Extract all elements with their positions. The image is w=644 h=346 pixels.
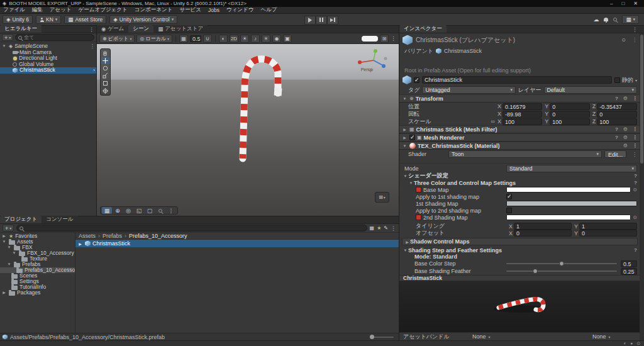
rotation-x-field[interactable]: -89.98: [502, 111, 542, 118]
apply-1st-checkbox[interactable]: [506, 194, 512, 199]
offset-x-field[interactable]: 0: [514, 230, 572, 237]
transform-foldout-icon[interactable]: [402, 97, 408, 101]
notification-bell-icon[interactable]: [604, 18, 608, 21]
project-item-christmasstick[interactable]: ChristmasStick: [75, 240, 399, 247]
activity-progress-icon[interactable]: ◐: [624, 341, 626, 346]
mesh-filter-header[interactable]: ▦ Christmas Stickk (Mesh Filter) ? ⚙ ⋮: [399, 125, 640, 133]
minimize-button[interactable]: –: [610, 1, 613, 6]
scene-camera-icon[interactable]: ▣: [283, 35, 292, 43]
transform-tool-icon[interactable]: [101, 87, 110, 94]
scale-y-field[interactable]: 100: [550, 118, 589, 125]
base-map-color-field[interactable]: [506, 187, 631, 193]
overlay-rect-icon[interactable]: ▢: [145, 207, 155, 214]
tab-console[interactable]: コンソール: [42, 216, 77, 223]
candy-cane-model[interactable]: [97, 44, 399, 216]
camera-preview-toggle[interactable]: ⊞ ▾: [375, 192, 389, 203]
scene-audio-icon[interactable]: ♪: [251, 35, 260, 43]
material-foldout-icon[interactable]: [402, 144, 408, 148]
gizmo-persp-label[interactable]: Persp: [361, 67, 372, 72]
three-color-foldout[interactable]: Three Color and Control Map Settings ?: [399, 179, 640, 186]
rotation-z-field[interactable]: 0: [597, 111, 637, 118]
menu-window[interactable]: ウィンドウ: [226, 6, 254, 14]
assetbundle-name-dropdown[interactable]: None: [472, 333, 589, 340]
mesh-filter-foldout-icon[interactable]: [402, 127, 408, 131]
hierarchy-item-christmasstick[interactable]: ChristmasStick ›: [0, 67, 96, 74]
unity-version-badge[interactable]: ◈ Unity 6: [3, 15, 33, 24]
hierarchy-search[interactable]: [15, 34, 94, 41]
transform-header[interactable]: ⊕ Transform ? ⚙ ⋮: [399, 94, 640, 103]
hierarchy-create-button[interactable]: +: [2, 34, 13, 41]
move-tool-icon[interactable]: [101, 57, 110, 64]
tab-scene[interactable]: シーン: [128, 25, 153, 33]
rotation-y-field[interactable]: 0: [550, 111, 589, 118]
tab-hierarchy[interactable]: ヒエラルキー: [0, 25, 42, 33]
mesh-renderer-header[interactable]: ▣ Mesh Renderer ? ⚙ ⋮: [399, 133, 640, 142]
menu-component[interactable]: コンポーネント: [135, 6, 173, 14]
mode-dropdown[interactable]: Standard: [506, 165, 637, 172]
scene-search-pill[interactable]: [362, 36, 378, 42]
scene-visibility-eye-icon[interactable]: ◉: [272, 35, 281, 43]
menu-assets[interactable]: アセット: [50, 6, 72, 14]
menu-edit[interactable]: 編集: [32, 6, 43, 14]
tree-packages[interactable]: Packages: [0, 290, 75, 296]
base-shading-feather-slider[interactable]: [506, 271, 617, 272]
version-control-dropdown[interactable]: ◈ Unity Version Control▾: [109, 15, 177, 24]
base-map-texture-thumb[interactable]: [416, 187, 421, 193]
cloud-icon[interactable]: ☁: [593, 16, 599, 23]
project-search[interactable]: [16, 225, 367, 232]
tree-favorites[interactable]: ★ Favorites: [0, 233, 75, 239]
transform-preset-icon[interactable]: ⚙: [623, 96, 628, 101]
open-prefab-arrow-icon[interactable]: ›: [93, 67, 95, 74]
material-header[interactable]: TEX_ChristmasStick (Material) ⚙ ⋮: [399, 142, 640, 150]
bake-status-icon[interactable]: ●: [630, 341, 633, 346]
handle-rotation-dropdown[interactable]: ◎ ローカル▾: [136, 35, 172, 43]
shader-settings-foldout[interactable]: シェーダー設定 ?: [399, 172, 640, 179]
shader-settings-help-icon[interactable]: ?: [634, 173, 637, 179]
rect-tool-icon[interactable]: [101, 80, 110, 87]
pause-button[interactable]: [316, 16, 327, 25]
rotate-tool-icon[interactable]: [101, 65, 110, 72]
overlay-scale-icon[interactable]: ◱: [134, 207, 144, 214]
position-y-field[interactable]: 0: [550, 103, 589, 110]
base-color-step-field[interactable]: 0.5: [621, 260, 637, 267]
play-button[interactable]: [304, 16, 316, 25]
project-search-input[interactable]: [25, 225, 364, 231]
tree-prefabs-10-accessory[interactable]: Prefabs_10_Accessory: [0, 267, 75, 273]
shading-step-foldout[interactable]: Shading Step and Feather Settings ?: [399, 247, 640, 254]
shader-dropdown[interactable]: Toon: [448, 150, 602, 158]
three-color-help-icon[interactable]: ?: [634, 180, 637, 186]
breadcrumb-prefabs-10-accessory[interactable]: Prefabs_10_Accessory: [122, 233, 187, 239]
mesh-renderer-enabled-checkbox[interactable]: [409, 135, 415, 140]
overlay-rotate-icon[interactable]: ◎: [123, 207, 133, 214]
view-hand-tool-icon[interactable]: [101, 50, 110, 57]
tab-game[interactable]: ◉ゲーム: [97, 25, 128, 33]
scene-effects-icon[interactable]: ✳: [262, 35, 270, 43]
scale-constrain-icon[interactable]: ∞: [491, 118, 495, 125]
scene-viewport[interactable]: Persp: [97, 44, 399, 216]
overlay-move-icon[interactable]: ⊕: [113, 207, 123, 214]
scene-options-icon[interactable]: ⋮: [90, 43, 96, 50]
mesh-filter-menu-icon[interactable]: ⋮: [633, 126, 638, 132]
shader-menu-icon[interactable]: ⋮: [632, 152, 637, 157]
scene-lighting-icon[interactable]: ☀: [240, 35, 249, 43]
close-button[interactable]: ✕: [633, 1, 638, 6]
scene-toolbar-menu-icon[interactable]: ⋮: [391, 35, 396, 42]
layout-dropdown[interactable]: ▦▾: [622, 15, 639, 24]
item-expand-icon[interactable]: [77, 242, 83, 246]
prefab-header-menu-icon[interactable]: ⋮: [632, 37, 637, 43]
menu-help[interactable]: ヘルプ: [260, 6, 277, 14]
edit-filter-icon[interactable]: ✎: [384, 225, 388, 231]
tab-asset-store[interactable]: ▦アセットストア: [153, 25, 208, 33]
shader-edit-button[interactable]: Edit...: [604, 150, 626, 158]
offset-y-field[interactable]: 0: [579, 230, 637, 237]
tiling-y-field[interactable]: 1: [579, 223, 637, 230]
material-menu-icon[interactable]: ⋮: [633, 143, 638, 148]
tree-assets[interactable]: Assets: [0, 239, 75, 245]
overlay-more-icon[interactable]: ⋮: [166, 207, 176, 214]
static-dropdown[interactable]: 静的: [614, 76, 637, 84]
overlay-search-icon[interactable]: [155, 207, 165, 214]
mesh-filter-help-icon[interactable]: ?: [615, 126, 618, 132]
gameobject-name-field[interactable]: [422, 76, 612, 84]
tab-inspector[interactable]: インスペクター: [399, 25, 447, 33]
project-create-button[interactable]: +: [3, 225, 14, 232]
